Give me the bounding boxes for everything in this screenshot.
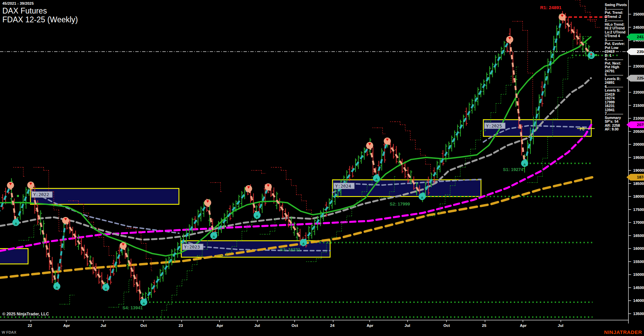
price-badge: 22544 (626, 75, 644, 81)
support-level-label: S3: 16231 (280, 247, 300, 252)
time-tick-label: 23 (179, 323, 183, 328)
price-axis[interactable]: 2500024500240002300022000215002100020500… (626, 0, 644, 323)
resistance-level-label: R1: 24891 (540, 5, 562, 10)
year-box-chip: Y:2024 (334, 183, 354, 189)
price-tick-label: 23000 (633, 64, 644, 68)
time-tick-label: Jul (100, 323, 106, 328)
year-open-range-box (30, 188, 179, 204)
svg-text:Y:2024: Y:2024 (335, 184, 351, 189)
time-tick-label: 25 (482, 323, 486, 328)
swing-leg-up (214, 189, 249, 236)
pivot-low-marker (254, 212, 261, 219)
price-tick-label: 20000 (633, 142, 644, 146)
pivot-high-marker (204, 199, 211, 206)
f0-label: F0 (580, 127, 584, 131)
price-tick-label: 17000 (633, 220, 644, 224)
ninjatrader-chart-window: { "header": { "range_label": "45/2021 - … (0, 0, 644, 336)
support-level-label: S1: 19274 (503, 167, 524, 172)
swing-leg-down (123, 246, 144, 302)
pivot-low-marker (373, 175, 380, 182)
price-tick-label: 17500 (633, 208, 644, 212)
trail-stop-up-steps (109, 280, 132, 307)
pivot-high-marker (120, 242, 127, 249)
price-tick-label: 15000 (633, 272, 644, 277)
pivot-high-marker (27, 182, 34, 189)
svg-text:22544: 22544 (637, 76, 644, 80)
trail-stop-down-steps (210, 183, 223, 192)
price-tick-label: 14000 (633, 298, 644, 303)
time-tick-label: Jul (254, 323, 260, 328)
price-tick-label: 22000 (633, 90, 644, 94)
pivot-low-marker (588, 52, 595, 59)
price-tick-label: 14500 (633, 286, 644, 290)
support-level-label: S4: 13941 (122, 305, 143, 310)
green-ma-line (0, 37, 591, 256)
trail-stop-down-steps (565, 0, 600, 27)
price-badge: 18741 (626, 174, 644, 181)
swing-leg-down (249, 189, 257, 215)
trail-stop-down-steps (13, 167, 25, 176)
pivot-high-marker (366, 142, 373, 149)
pivot-low-marker (102, 284, 110, 291)
pivot-low-marker (521, 160, 528, 167)
svg-text:Y:2023: Y:2023 (184, 244, 200, 249)
price-badge: 23564 (626, 48, 644, 55)
swing-leg-up (57, 220, 66, 286)
time-tick-label: Oct (292, 323, 298, 328)
pivot-high-marker (265, 183, 272, 190)
time-tick-label: Jul (558, 323, 564, 328)
time-tick-label: Apr (520, 323, 527, 328)
pivot-high-marker (245, 185, 252, 192)
price-tick-label: 21500 (633, 103, 644, 107)
time-tick-label: Oct (140, 323, 147, 328)
price-badge: 20754 (626, 121, 644, 128)
trail-stop-down-steps (271, 167, 312, 219)
pivot-low-marker (210, 232, 217, 239)
price-tick-label: 20500 (633, 129, 644, 134)
year-box-chip: Y:2022 (31, 191, 52, 197)
price-chart[interactable]: S1: 19274S2: 17999S3: 16231S4: 13941R1: … (0, 0, 644, 336)
swing-pivots-panel: Swing Pivots 1.------------- Pvt. Trend:… (605, 3, 627, 131)
workspace-tab-wfdax[interactable]: W FDAX (2, 330, 16, 334)
plot-area: S1: 19274S2: 17999S3: 16231S4: 13941R1: … (0, 0, 628, 322)
signal-square (595, 54, 597, 56)
svg-text:23564: 23564 (637, 50, 644, 54)
swing-leg-down (562, 17, 591, 55)
price-tick-label: 19500 (633, 155, 644, 160)
pivot-high-marker (7, 182, 14, 189)
ninjatrader-logo: NINJATRADER (604, 329, 642, 335)
trail-stop-down-steps (251, 170, 266, 173)
pivot-high-marker (506, 36, 513, 43)
svg-text:24128: 24128 (637, 35, 644, 39)
price-tick-label: 15500 (633, 260, 644, 264)
price-tick-label: 18000 (633, 194, 644, 198)
magenta-ma-line (0, 125, 591, 251)
pivot-low-marker (140, 298, 147, 306)
price-tick-label: 16000 (633, 246, 644, 250)
price-tick-label: 18500 (633, 182, 644, 186)
year-box-chip: Y:2025 (484, 123, 505, 129)
signal-square (17, 195, 19, 197)
pivot-high-marker (559, 14, 566, 21)
swing-leg-up (422, 40, 510, 197)
copyright-watermark: © 2025 NinjaTrader, LLC (2, 312, 49, 316)
price-tick-label: 25000 (633, 12, 644, 16)
price-tick-label: 21000 (633, 116, 644, 120)
pivot-low-marker (300, 239, 307, 246)
swing-leg-down (268, 187, 303, 243)
price-badge: 24128 (626, 33, 644, 40)
time-tick-label: 24 (330, 323, 335, 328)
pivot-high-marker (62, 217, 69, 224)
svg-text:Y:2025: Y:2025 (486, 123, 502, 128)
svg-text:Y:2022: Y:2022 (33, 192, 49, 197)
time-tick-label: 22 (28, 323, 32, 328)
trail-stop-up-steps (19, 213, 40, 240)
pivot-high-marker (384, 138, 391, 145)
support-level-label: S2: 17999 (390, 201, 410, 207)
time-axis[interactable]: 22AprJulOct23AprJulOct24AprJulOct25AprJu… (0, 320, 628, 328)
year-box-chip: Y:2023 (182, 244, 203, 250)
svg-text:18741: 18741 (637, 175, 644, 179)
time-tick-label: Oct (443, 323, 450, 328)
trail-stop-down-steps (33, 167, 66, 249)
price-tick-label: 19000 (633, 168, 644, 172)
